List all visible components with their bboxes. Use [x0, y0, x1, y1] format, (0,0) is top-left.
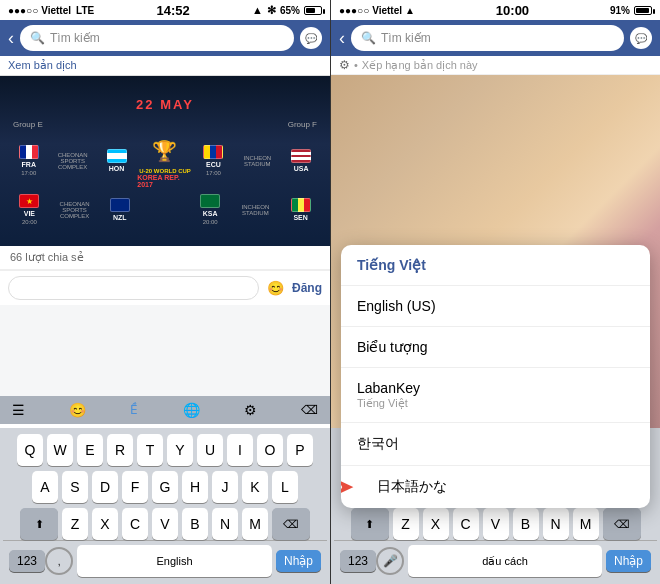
rkey-shift[interactable]: ⬆ [351, 508, 389, 540]
xhp-text[interactable]: Xếp hạng bản dịch này [362, 59, 478, 72]
rkey-delete[interactable]: ⌫ [603, 508, 641, 540]
translate-label: Xem bản dịch [8, 59, 77, 71]
left-keyboard: Q W E R T Y U I O P A S D F G H J K L [0, 428, 330, 584]
lang-item-korean[interactable]: 한국어 [341, 423, 650, 466]
match-row-1: FRA 17:00 CHEONAN SPORTS COMPLEX HON � [8, 133, 322, 188]
mic-icon[interactable]: 🎤 [383, 554, 398, 568]
key-l[interactable]: L [272, 471, 298, 503]
comment-input-left[interactable] [8, 276, 259, 300]
right-key-row-3: ⬆ Z X C V B N M ⌫ [334, 508, 657, 540]
key-w[interactable]: W [47, 434, 73, 466]
search-placeholder-right: Tìm kiếm [381, 31, 431, 45]
right-battery-icon [634, 6, 652, 15]
key-o[interactable]: O [257, 434, 283, 466]
team-nzl: NZL [98, 198, 141, 221]
key-u[interactable]: U [197, 434, 223, 466]
key-shift-left[interactable]: ⬆ [20, 508, 58, 540]
key-p[interactable]: P [287, 434, 313, 466]
language-dropdown: Tiếng Việt English (US) Biểu tượng Laban… [341, 245, 650, 508]
key-q[interactable]: Q [17, 434, 43, 466]
toolbar-emoji-icon[interactable]: 😊 [65, 400, 90, 420]
toolbar-delete-icon[interactable]: ⌫ [297, 401, 322, 419]
lang-item-labankey[interactable]: LabanKey Tiếng Việt [341, 368, 650, 423]
rkey-z[interactable]: Z [393, 508, 419, 540]
rkey-x[interactable]: X [423, 508, 449, 540]
key-c[interactable]: C [122, 508, 148, 540]
key-enter-left[interactable]: Nhập [276, 550, 321, 572]
space-key-left[interactable]: English [77, 545, 272, 577]
key-r[interactable]: R [107, 434, 133, 466]
key-h[interactable]: H [182, 471, 208, 503]
lang-item-japanese[interactable]: ➤ 日本語かな [341, 466, 650, 508]
lang-label-vietnamese: Tiếng Việt [357, 257, 426, 273]
lang-item-emoji[interactable]: Biểu tượng [341, 327, 650, 368]
toolbar-menu-icon[interactable]: ☰ [8, 400, 29, 420]
key-a[interactable]: A [32, 471, 58, 503]
lang-item-vietnamese[interactable]: Tiếng Việt [341, 245, 650, 286]
key-x[interactable]: X [92, 508, 118, 540]
lang-label-english-us: English (US) [357, 298, 436, 314]
flag-ksa [200, 194, 220, 208]
back-button-left[interactable]: ‹ [8, 28, 14, 49]
team-vie: ★ VIE 20:00 [8, 194, 51, 225]
rkey-123[interactable]: 123 [340, 550, 376, 572]
gear-icon-right[interactable]: ⚙ [339, 58, 350, 72]
emoji-btn-left[interactable]: 😊 [267, 280, 284, 296]
post-btn-left[interactable]: Đăng [292, 281, 322, 295]
flag-hon [107, 149, 127, 163]
translate-bar[interactable]: Xem bản dịch [0, 56, 330, 76]
back-button-right[interactable]: ‹ [339, 28, 345, 49]
rkey-enter[interactable]: Nhập [606, 550, 651, 572]
key-f[interactable]: F [122, 471, 148, 503]
messenger-icon-left[interactable]: 💬 [300, 27, 322, 49]
left-phone-panel: ●●●○○ ●●●○○ Viettel Viettel LTE 14:52 ▲ … [0, 0, 330, 584]
team-fra: FRA 17:00 [8, 145, 50, 176]
mic-circle-right[interactable]: 🎤 [376, 547, 404, 575]
rkey-v[interactable]: V [483, 508, 509, 540]
key-t[interactable]: T [137, 434, 163, 466]
rkey-b[interactable]: B [513, 508, 539, 540]
left-key-row-2: A S D F G H J K L [3, 471, 327, 503]
match-image: 22 MAY Group E Group F FRA 17:00 CHEONAN… [0, 76, 330, 246]
key-s[interactable]: S [62, 471, 88, 503]
key-g[interactable]: G [152, 471, 178, 503]
space-key-right[interactable]: dấu cách [408, 545, 602, 577]
rkey-n[interactable]: N [543, 508, 569, 540]
right-carrier-signal: ●●●○○ [339, 5, 369, 16]
right-bottom-bar: 123 🎤 dấu cách Nhập [334, 540, 657, 581]
rkey-c[interactable]: C [453, 508, 479, 540]
toolbar-gear-icon[interactable]: ⚙ [240, 400, 261, 420]
key-delete-left[interactable]: ⌫ [272, 508, 310, 540]
key-n[interactable]: N [212, 508, 238, 540]
key-z[interactable]: Z [62, 508, 88, 540]
flag-nzl [110, 198, 130, 212]
key-e[interactable]: E [77, 434, 103, 466]
key-m[interactable]: M [242, 508, 268, 540]
key-k[interactable]: K [242, 471, 268, 503]
lang-sub-labankey: Tiếng Việt [357, 397, 634, 410]
lang-item-english-us[interactable]: English (US) [341, 286, 650, 327]
carrier-signal: ●●●○○ [8, 5, 38, 16]
key-j[interactable]: J [212, 471, 238, 503]
toolbar-globe-icon[interactable]: 🌐 [179, 400, 204, 420]
messenger-icon-right[interactable]: 💬 [630, 27, 652, 49]
left-key-rows: Q W E R T Y U I O P A S D F G H J K L [3, 434, 327, 540]
search-input-left[interactable]: 🔍 Tìm kiếm [20, 25, 294, 51]
comma-key[interactable]: , [58, 556, 61, 567]
venue-left-1: CHEONAN SPORTS COMPLEX [50, 152, 96, 170]
bluetooth-icon: ✻ [267, 4, 276, 17]
key-123-left[interactable]: 123 [9, 550, 45, 572]
key-b[interactable]: B [182, 508, 208, 540]
key-d[interactable]: D [92, 471, 118, 503]
left-keyboard-toolbar: ☰ 😊 Ề 🌐 ⚙ ⌫ [0, 396, 330, 424]
flag-usa [291, 149, 311, 163]
korea-text: KOREA REP. 2017 [137, 174, 192, 188]
left-search-bar: ‹ 🔍 Tìm kiếm 💬 [0, 20, 330, 56]
key-i[interactable]: I [227, 434, 253, 466]
search-icon-right: 🔍 [361, 31, 376, 45]
key-y[interactable]: Y [167, 434, 193, 466]
rkey-m[interactable]: M [573, 508, 599, 540]
mic-circle-left[interactable]: , [45, 547, 73, 575]
key-v[interactable]: V [152, 508, 178, 540]
search-input-right[interactable]: 🔍 Tìm kiếm [351, 25, 624, 51]
